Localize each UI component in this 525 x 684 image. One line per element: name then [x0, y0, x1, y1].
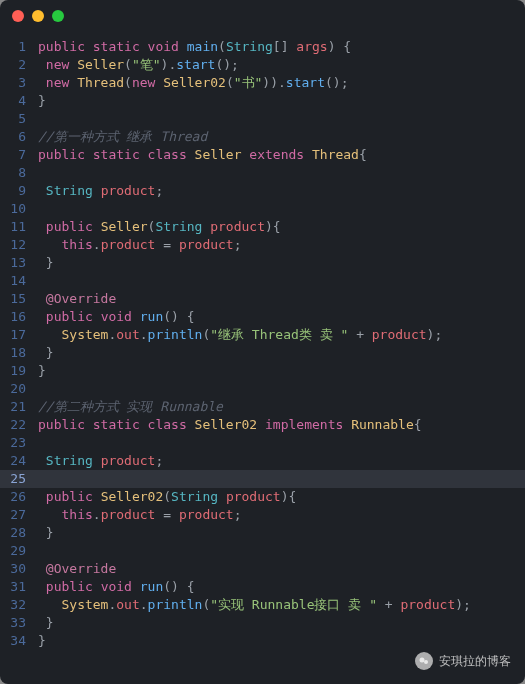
line-number: 13	[0, 254, 34, 272]
line-number: 33	[0, 614, 34, 632]
line-number: 23	[0, 434, 34, 452]
code-line: }	[34, 254, 525, 272]
line-number: 21	[0, 398, 34, 416]
line-number: 5	[0, 110, 34, 128]
code-line	[34, 470, 525, 488]
zoom-icon[interactable]	[52, 10, 64, 22]
line-number: 20	[0, 380, 34, 398]
close-icon[interactable]	[12, 10, 24, 22]
svg-point-0	[420, 658, 425, 663]
line-number: 10	[0, 200, 34, 218]
line-number: 4	[0, 92, 34, 110]
line-number: 7	[0, 146, 34, 164]
code-content[interactable]: public static void main(String[] args) {…	[34, 38, 525, 650]
code-line: //第一种方式 继承 Thread	[34, 128, 525, 146]
code-line: }	[34, 524, 525, 542]
watermark: 安琪拉的博客	[415, 652, 511, 670]
code-area: 1234567891011121314151617181920212223242…	[0, 32, 525, 650]
line-number: 25	[0, 470, 34, 488]
code-line: System.out.println("继承 Thread类 卖 " + pro…	[34, 326, 525, 344]
line-number: 1	[0, 38, 34, 56]
code-line: }	[34, 614, 525, 632]
code-line	[34, 200, 525, 218]
editor-window: 1234567891011121314151617181920212223242…	[0, 0, 525, 684]
code-line: @Override	[34, 560, 525, 578]
line-number: 18	[0, 344, 34, 362]
code-line: public void run() {	[34, 308, 525, 326]
line-number-gutter: 1234567891011121314151617181920212223242…	[0, 38, 34, 650]
code-line: }	[34, 362, 525, 380]
code-line: this.product = product;	[34, 236, 525, 254]
line-number: 27	[0, 506, 34, 524]
code-line	[34, 380, 525, 398]
line-number: 12	[0, 236, 34, 254]
code-line: //第二种方式 实现 Runnable	[34, 398, 525, 416]
code-line: System.out.println("实现 Runnable接口 卖 " + …	[34, 596, 525, 614]
code-line	[34, 542, 525, 560]
code-line: }	[34, 632, 525, 650]
line-number: 3	[0, 74, 34, 92]
line-number: 28	[0, 524, 34, 542]
line-number: 8	[0, 164, 34, 182]
code-line	[34, 434, 525, 452]
code-line	[34, 110, 525, 128]
window-titlebar	[0, 0, 525, 32]
line-number: 26	[0, 488, 34, 506]
code-line	[34, 164, 525, 182]
line-number: 6	[0, 128, 34, 146]
svg-point-1	[424, 660, 428, 664]
code-line: String product;	[34, 182, 525, 200]
line-number: 15	[0, 290, 34, 308]
code-line: @Override	[34, 290, 525, 308]
code-line: }	[34, 344, 525, 362]
code-line: public Seller(String product){	[34, 218, 525, 236]
code-line: new Thread(new Seller02("书")).start();	[34, 74, 525, 92]
code-line: public static void main(String[] args) {	[34, 38, 525, 56]
line-number: 22	[0, 416, 34, 434]
code-line: this.product = product;	[34, 506, 525, 524]
line-number: 2	[0, 56, 34, 74]
line-number: 14	[0, 272, 34, 290]
line-number: 34	[0, 632, 34, 650]
line-number: 9	[0, 182, 34, 200]
code-line: public Seller02(String product){	[34, 488, 525, 506]
code-line: String product;	[34, 452, 525, 470]
wechat-icon	[415, 652, 433, 670]
line-number: 16	[0, 308, 34, 326]
line-number: 11	[0, 218, 34, 236]
code-line	[34, 272, 525, 290]
code-line: public void run() {	[34, 578, 525, 596]
line-number: 19	[0, 362, 34, 380]
line-number: 32	[0, 596, 34, 614]
line-number: 30	[0, 560, 34, 578]
watermark-text: 安琪拉的博客	[439, 652, 511, 670]
code-line: public static class Seller02 implements …	[34, 416, 525, 434]
code-line: public static class Seller extends Threa…	[34, 146, 525, 164]
line-number: 29	[0, 542, 34, 560]
line-number: 31	[0, 578, 34, 596]
line-number: 17	[0, 326, 34, 344]
code-line: new Seller("笔").start();	[34, 56, 525, 74]
line-number: 24	[0, 452, 34, 470]
minimize-icon[interactable]	[32, 10, 44, 22]
code-line: }	[34, 92, 525, 110]
